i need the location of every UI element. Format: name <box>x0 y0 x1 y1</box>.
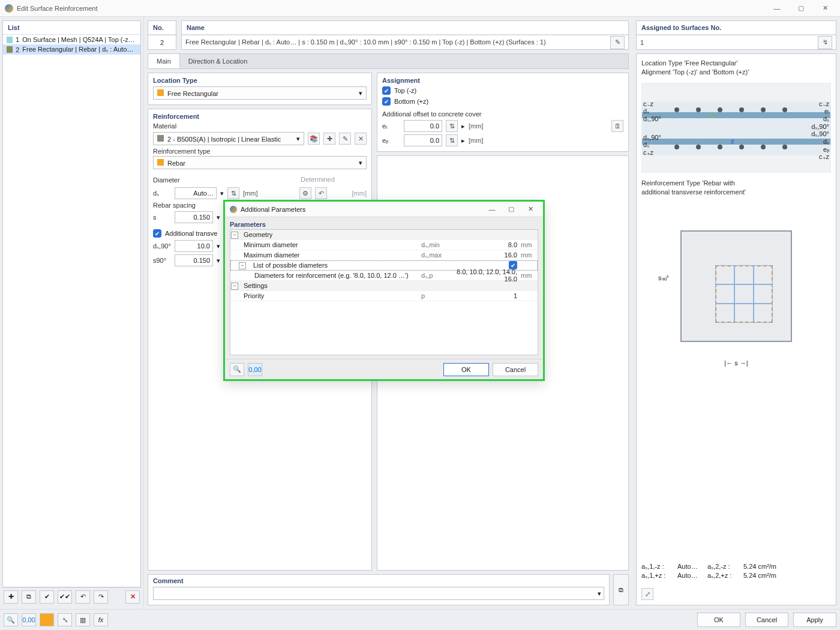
lbl-s: |← s →| <box>724 359 748 367</box>
comment-select[interactable]: ▾ <box>153 587 604 600</box>
name-label: Name <box>182 21 628 35</box>
units-icon[interactable]: 0,00 <box>248 363 262 376</box>
comment-action-icon[interactable]: ⧉ <box>613 574 629 605</box>
reinf-type-select[interactable]: Rebar ▾ <box>153 156 367 169</box>
s90-symbol: s90° <box>153 257 171 264</box>
dialog-ok-button[interactable]: OK <box>443 363 489 376</box>
material-select[interactable]: 2 - B500S(A) | Isotropic | Linear Elasti… <box>153 132 304 145</box>
chevron-down-icon: ▾ <box>359 159 362 167</box>
offset-label: Additional offset to concrete cover <box>382 110 623 118</box>
pick-surface-icon[interactable]: ↯ <box>818 36 832 49</box>
fx-icon[interactable]: fx <box>94 613 108 626</box>
color-icon[interactable] <box>40 613 54 626</box>
maximize-button[interactable]: ▢ <box>791 2 811 15</box>
edit-material-icon[interactable]: ✎ <box>339 133 351 145</box>
minimize-button[interactable]: — <box>767 2 787 15</box>
cancel-button[interactable]: Cancel <box>745 613 788 627</box>
assigned-surfaces-box: Assigned to Surfaces No. 1 ↯ <box>636 20 836 50</box>
redo-icon[interactable]: ↷ <box>94 590 108 604</box>
dialog-maximize-button[interactable]: ▢ <box>503 204 519 215</box>
ds-symbol: dₛ <box>153 190 171 197</box>
group-settings: Settings <box>241 282 421 289</box>
chevron-down-icon[interactable]: ▾ <box>217 257 220 265</box>
tab-main[interactable]: Main <box>148 54 180 68</box>
s90-input[interactable]: 0.150 <box>175 254 213 266</box>
help-icon[interactable]: 🔍 <box>4 613 18 626</box>
chevron-down-icon: ▾ <box>598 590 601 598</box>
titlebar: Edit Surface Reinforcement — ▢ ✕ <box>0 0 840 17</box>
assigned-surfaces-value[interactable]: 1 <box>640 39 815 46</box>
priority-value[interactable]: 1 <box>449 292 521 299</box>
diameters-value[interactable]: 8.0, 10.0, 12.0, 14.0, 16.0 <box>449 268 521 283</box>
ok-button[interactable]: OK <box>697 613 740 627</box>
library-icon[interactable]: 📚 <box>308 133 320 145</box>
s90-value: 0.150 <box>193 257 210 264</box>
parameters-tree[interactable]: −Geometry Minimum diameterdₛ,min8.0mm Ma… <box>230 229 538 355</box>
s-value: 0.150 <box>193 214 210 221</box>
dialog-cancel-button[interactable]: Cancel <box>493 363 538 376</box>
dialog-close-button[interactable]: ✕ <box>523 204 538 215</box>
checkbox-on-icon: ✔ <box>153 229 161 238</box>
list-item[interactable]: 1 On Surface | Mesh | Q524A | Top (-z) |… <box>3 35 140 44</box>
footer: 🔍 0,00 ⤡ ▥ fx OK Cancel Apply <box>0 609 840 630</box>
lbl-cpz: c₊z <box>643 149 661 157</box>
list-item[interactable]: 2 Free Rectangular | Rebar | dₛ : Auto… … <box>3 44 140 55</box>
comment-box: Comment ▾ <box>148 574 610 605</box>
undo-icon[interactable]: ↶ <box>76 590 90 604</box>
chevron-down-icon[interactable]: ▾ <box>220 190 224 197</box>
help-icon[interactable]: 🔍 <box>230 363 244 376</box>
ds-input[interactable]: Auto… <box>175 187 217 199</box>
close-button[interactable]: ✕ <box>815 2 835 15</box>
delete-icon[interactable]: ✕ <box>125 590 140 604</box>
max-d-value[interactable]: 16.0 <box>449 251 521 259</box>
material-label: Material <box>153 122 367 130</box>
dialog-minimize-button[interactable]: — <box>484 204 500 215</box>
d90-input[interactable]: 10.0 <box>175 240 213 252</box>
checkall-icon[interactable]: ✔✔ <box>58 590 72 604</box>
edit-name-icon[interactable]: ✎ <box>610 36 625 49</box>
s-input[interactable]: 0.150 <box>175 211 213 223</box>
collapse-icon[interactable]: − <box>239 262 246 269</box>
stepper-icon[interactable]: ⇅ <box>227 187 239 199</box>
eb-input[interactable]: 0.0 <box>404 134 442 146</box>
chevron-down-icon[interactable]: ▾ <box>217 214 220 221</box>
tab-direction[interactable]: Direction & Location <box>180 54 256 68</box>
stats-icon[interactable]: ⤢ <box>641 588 653 600</box>
location-type-title: Location Type <box>153 77 367 84</box>
location-type-box: Location Type Free Rectangular ▾ <box>148 73 372 105</box>
list-index: 2 <box>16 46 19 53</box>
min-d-value[interactable]: 8.0 <box>449 241 521 248</box>
delete-material-icon[interactable]: ✕ <box>355 133 367 145</box>
name-box: Name Free Rectangular | Rebar | dₛ : Aut… <box>181 20 629 50</box>
new-icon[interactable]: ✚ <box>4 590 18 604</box>
collapse-icon[interactable]: − <box>231 232 238 239</box>
check-icon[interactable]: ✔ <box>40 590 54 604</box>
new-material-icon[interactable]: ✚ <box>323 133 335 145</box>
axis-y-label: y <box>709 111 713 118</box>
bottom-checkbox[interactable]: ✔Bottom (+z) <box>382 97 623 106</box>
copy-icon[interactable]: ⧉ <box>22 590 36 604</box>
location-type-select[interactable]: Free Rectangular ▾ <box>153 86 367 100</box>
lbl-d90b: dₛ,90° <box>643 134 661 142</box>
view-icon[interactable]: ▥ <box>76 613 90 626</box>
top-checkbox[interactable]: ✔Top (-z) <box>382 86 623 95</box>
assignment-box: Assignment ✔Top (-z) ✔Bottom (+z) Additi… <box>377 73 629 152</box>
preview-icon[interactable]: 🗓 <box>611 120 623 132</box>
reset-icon[interactable]: ↶ <box>315 187 327 199</box>
right-panel: Assigned to Surfaces No. 1 ↯ Location Ty… <box>632 17 840 609</box>
axes-icon[interactable]: ⤡ <box>58 613 72 626</box>
add-transverse-label: Additional transve <box>165 230 217 237</box>
chevron-down-icon[interactable]: ▾ <box>217 242 220 250</box>
additional-params-icon[interactable]: ⚙ <box>299 187 311 199</box>
units-icon[interactable]: 0,00 <box>22 613 36 626</box>
collapse-icon[interactable]: − <box>231 283 238 290</box>
apply-button[interactable]: Apply <box>793 613 836 627</box>
unit-mm: [mm] <box>243 190 257 197</box>
stepper-icon[interactable]: ⇅ <box>446 134 458 146</box>
assignment-title: Assignment <box>382 77 623 84</box>
et-input[interactable]: 0.0 <box>404 120 442 132</box>
dialog-footer: 🔍 0,00 OK Cancel <box>225 359 543 379</box>
stepper-icon[interactable]: ⇅ <box>446 120 458 132</box>
et-value: 0.0 <box>430 122 439 130</box>
section-illustration: y z c₋z dₛ dₛ,90° dₛ,90° dₛ c₊z c₋z eₗ d… <box>641 83 831 173</box>
